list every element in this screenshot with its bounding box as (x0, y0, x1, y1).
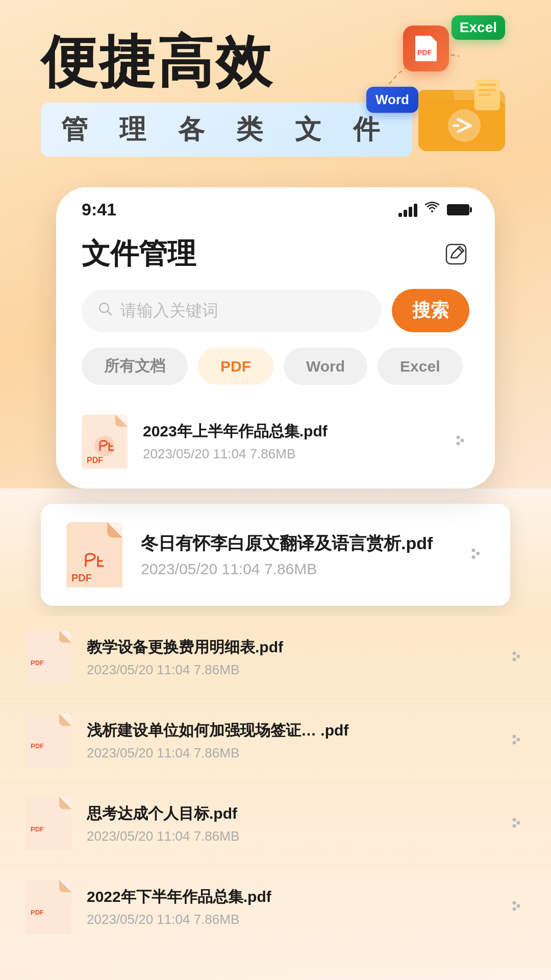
filter-tabs: 所有文档 PDF Word Excel (56, 342, 495, 395)
svg-point-21 (476, 552, 480, 555)
file-info-3: 教学设备更换费用明细表.pdf 2023/05/20 11:04 7.86MB (87, 637, 488, 678)
file-name-1: 2023年上半年作品总集.pdf (143, 421, 432, 442)
file-info-4: 浅析建设单位如何加强现场签证… .pdf 2023/05/20 11:04 7.… (87, 720, 488, 761)
tab-pdf[interactable]: PDF (198, 348, 273, 385)
pdf-file-icon-highlighted: PDF (66, 522, 122, 587)
svg-point-31 (517, 738, 520, 742)
file-list: PDF 2023年上半年作品总集.pdf 2023/05/20 11:04 7.… (56, 395, 495, 488)
svg-point-40 (513, 908, 516, 911)
file-meta-4: 2023/05/20 11:04 7.86MB (87, 745, 488, 761)
tab-word[interactable]: Word (284, 348, 367, 385)
file-info-1: 2023年上半年作品总集.pdf 2023/05/20 11:04 7.86MB (143, 421, 432, 462)
highlighted-file-item[interactable]: PDF 冬日有怀李白原文翻译及语言赏析.pdf 2023/05/20 11:04… (41, 504, 510, 606)
search-placeholder-text: 请输入关键词 (120, 300, 218, 322)
svg-point-24 (513, 652, 516, 655)
search-icon (97, 301, 113, 321)
pdf-file-icon: PDF (82, 414, 128, 469)
svg-text:PDF: PDF (31, 909, 44, 916)
file-item-3[interactable]: PDF 教学设备更换费用明细表.pdf 2023/05/20 11:04 7.8… (0, 616, 551, 699)
svg-text:PDF: PDF (31, 659, 44, 667)
svg-text:PDF: PDF (87, 456, 103, 464)
hero-section: 便捷高效 管 理 各 类 文 件 PDF Excel Word (0, 0, 551, 177)
wifi-icon (424, 201, 440, 218)
hero-subtitle: 管 理 各 类 文 件 (41, 103, 412, 157)
file-info-6: 2022年下半年作品总集.pdf 2023/05/20 11:04 7.86MB (87, 887, 488, 927)
file-info-highlighted: 冬日有怀李白原文翻译及语言赏析.pdf 2023/05/20 11:04 7.8… (141, 532, 444, 578)
file-name-4: 浅析建设单位如何加强现场签证… .pdf (87, 720, 488, 741)
svg-rect-6 (479, 84, 496, 86)
status-bar: 9:41 (56, 187, 495, 225)
more-options-6[interactable] (503, 896, 525, 918)
signal-icon (398, 203, 417, 217)
pdf-icon-3: PDF (26, 630, 71, 684)
phone-mockup: 9:41 (56, 187, 495, 488)
file-meta-5: 2023/05/20 11:04 7.86MB (87, 828, 488, 844)
svg-point-29 (513, 735, 516, 739)
battery-icon (447, 204, 469, 215)
file-item-5[interactable]: PDF 思考达成个人目标.pdf 2023/05/20 11:04 7.86MB (0, 782, 551, 866)
file-item-1[interactable]: PDF 2023年上半年作品总集.pdf 2023/05/20 11:04 7.… (56, 400, 495, 483)
edit-button[interactable] (443, 241, 469, 267)
word-badge-icon: Word (366, 87, 418, 113)
svg-point-15 (457, 442, 460, 446)
file-meta-1: 2023/05/20 11:04 7.86MB (143, 446, 432, 462)
tab-all-docs[interactable]: 所有文档 (82, 348, 188, 385)
more-options-button-1[interactable] (447, 430, 469, 453)
svg-text:PDF: PDF (31, 742, 44, 750)
svg-point-30 (513, 741, 516, 745)
svg-point-20 (471, 555, 475, 559)
more-options-5[interactable] (503, 813, 525, 835)
search-input-wrap[interactable]: 请输入关键词 (82, 289, 382, 332)
search-area: 请输入关键词 搜索 (56, 284, 495, 342)
svg-rect-8 (479, 94, 491, 96)
hero-icons: PDF Excel Word (367, 15, 520, 158)
folder-icon (413, 64, 515, 158)
pdf-icon-4: PDF (26, 714, 71, 768)
svg-point-16 (461, 439, 464, 443)
svg-point-35 (513, 824, 516, 828)
file-item-6[interactable]: PDF 2022年下半年作品总集.pdf 2023/05/20 11:04 7.… (0, 866, 551, 948)
svg-point-14 (457, 436, 460, 439)
phone-screen: 9:41 (56, 187, 495, 488)
svg-text:PDF: PDF (417, 48, 432, 57)
file-name-highlighted: 冬日有怀李白原文翻译及语言赏析.pdf (141, 532, 444, 555)
svg-point-19 (471, 549, 475, 552)
svg-text:PDF: PDF (71, 572, 92, 583)
more-options-4[interactable] (503, 729, 525, 752)
file-meta-highlighted: 2023/05/20 11:04 7.86MB (141, 560, 444, 578)
more-options-3[interactable] (503, 646, 525, 669)
svg-rect-9 (446, 244, 466, 264)
svg-point-36 (517, 821, 520, 825)
file-info-5: 思考达成个人目标.pdf 2023/05/20 11:04 7.86MB (87, 803, 488, 844)
svg-point-25 (513, 658, 516, 662)
tab-excel[interactable]: Excel (378, 348, 462, 385)
file-name-3: 教学设备更换费用明细表.pdf (87, 637, 488, 658)
file-meta-3: 2023/05/20 11:04 7.86MB (87, 662, 488, 678)
app-title: 文件管理 (82, 235, 196, 274)
pdf-icon-6: PDF (26, 880, 71, 934)
svg-rect-7 (479, 89, 496, 91)
status-time: 9:41 (82, 200, 116, 219)
file-name-5: 思考达成个人目标.pdf (87, 803, 488, 824)
svg-text:PDF: PDF (31, 825, 44, 833)
svg-point-34 (513, 818, 516, 822)
svg-point-39 (513, 901, 516, 905)
file-item-4[interactable]: PDF 浅析建设单位如何加强现场签证… .pdf 2023/05/20 11:0… (0, 699, 551, 782)
more-options-button-highlighted[interactable] (462, 544, 485, 566)
status-icons (398, 201, 469, 218)
excel-badge-icon: Excel (452, 15, 505, 40)
svg-point-41 (517, 904, 520, 908)
file-name-6: 2022年下半年作品总集.pdf (87, 887, 488, 908)
pdf-icon-5: PDF (26, 797, 71, 851)
svg-rect-3 (418, 90, 454, 105)
search-button[interactable]: 搜索 (392, 289, 469, 332)
svg-point-26 (517, 655, 520, 658)
file-meta-6: 2023/05/20 11:04 7.86MB (87, 912, 488, 927)
app-header: 文件管理 (56, 225, 495, 284)
